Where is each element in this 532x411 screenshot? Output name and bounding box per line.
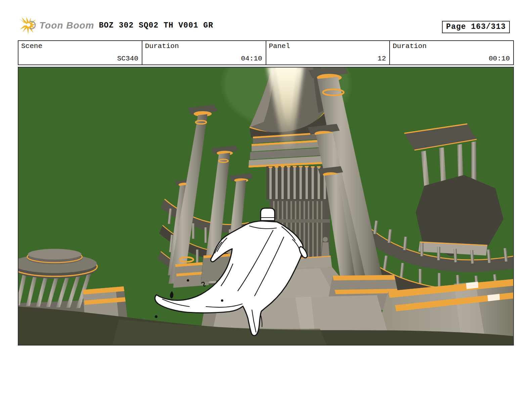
scene-value: SC340 (18, 55, 142, 64)
scene-duration-cell: Duration 04:10 (142, 40, 266, 65)
panel-duration-cell: Duration 00:10 (389, 40, 514, 65)
panel-info-table: Scene SC340 Duration 04:10 Panel 12 Dura… (18, 40, 514, 65)
previz-scene (18, 67, 513, 345)
panel-number-label: Panel (266, 41, 390, 50)
panel-duration-value: 00:10 (390, 55, 513, 64)
scene-duration-value: 04:10 (142, 55, 266, 64)
panel-duration-label: Duration (390, 41, 513, 50)
scene-duration-label: Duration (142, 41, 266, 50)
document-title: BOZ 302 SQ02 TH V001 GR (99, 21, 213, 30)
scene-cell: Scene SC340 (18, 40, 142, 65)
toonboom-burst-icon (19, 17, 37, 34)
storyboard-panel-image (18, 67, 514, 346)
header: Toon Boom BOZ 302 SQ02 TH V001 GR (19, 17, 213, 34)
toonboom-logo-text: Toon Boom (39, 20, 94, 31)
toonboom-logo: Toon Boom (19, 17, 94, 34)
panel-number-cell: Panel 12 (266, 40, 390, 65)
page-number-badge: Page 163/313 (442, 21, 510, 33)
panel-number-value: 12 (266, 55, 390, 64)
scene-label: Scene (18, 41, 142, 50)
storyboard-page: Toon Boom BOZ 302 SQ02 TH V001 GR Page 1… (0, 0, 532, 411)
